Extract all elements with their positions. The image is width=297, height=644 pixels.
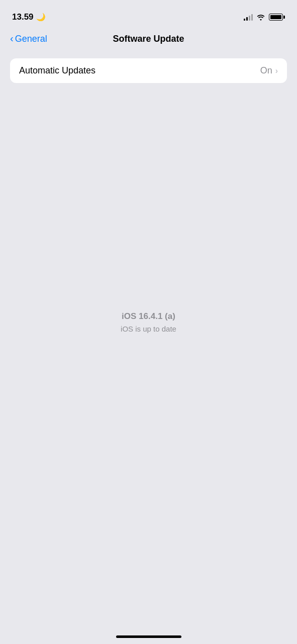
battery-tip xyxy=(283,16,285,19)
ios-version: iOS 16.4.1 (a) xyxy=(121,311,176,321)
home-indicator xyxy=(116,635,181,638)
wifi-icon xyxy=(256,14,265,21)
battery-icon xyxy=(269,14,285,21)
signal-bar-2 xyxy=(246,17,248,21)
status-bar: 13.59 🌙 xyxy=(0,0,297,27)
signal-icon xyxy=(244,14,253,21)
automatic-updates-label: Automatic Updates xyxy=(19,65,95,76)
signal-bar-3 xyxy=(249,16,250,21)
ios-status: iOS is up to date xyxy=(121,325,176,333)
signal-bar-4 xyxy=(251,14,253,21)
back-chevron-icon: ‹ xyxy=(10,33,14,44)
automatic-updates-section: Automatic Updates On › xyxy=(10,58,287,83)
status-time: 13.59 🌙 xyxy=(12,12,46,22)
battery-fill xyxy=(270,15,281,19)
moon-icon: 🌙 xyxy=(36,13,46,22)
automatic-updates-right: On › xyxy=(260,65,278,76)
page-title: Software Update xyxy=(113,34,184,44)
center-info: iOS 16.4.1 (a) iOS is up to date xyxy=(121,311,176,333)
battery-body xyxy=(269,14,283,21)
back-button[interactable]: ‹ General xyxy=(10,33,47,44)
nav-bar: ‹ General Software Update xyxy=(0,27,297,50)
status-icons xyxy=(244,14,285,21)
content-area: Automatic Updates On › xyxy=(0,50,297,91)
signal-bar-1 xyxy=(244,19,245,21)
automatic-updates-row[interactable]: Automatic Updates On › xyxy=(10,58,287,83)
time-label: 13.59 xyxy=(12,12,34,22)
automatic-updates-value: On xyxy=(260,65,272,76)
chevron-right-icon: › xyxy=(275,66,278,75)
back-label: General xyxy=(15,34,47,44)
